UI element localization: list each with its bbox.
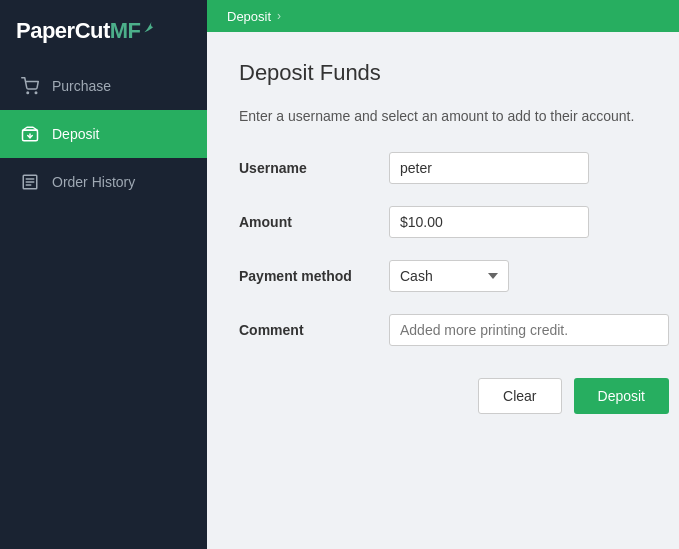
comment-row: Comment (239, 314, 669, 346)
sidebar-item-deposit[interactable]: Deposit (0, 110, 207, 158)
breadcrumb-bar: Deposit › (207, 0, 679, 32)
payment-method-label: Payment method (239, 268, 389, 284)
username-input[interactable] (389, 152, 589, 184)
logo-leaf-icon (142, 20, 154, 34)
content-area: Deposit Funds Enter a username and selec… (207, 32, 679, 549)
instruction-text: Enter a username and select an amount to… (239, 108, 669, 124)
sidebar-item-purchase[interactable]: Purchase (0, 62, 207, 110)
sidebar-item-purchase-label: Purchase (52, 78, 111, 94)
cart-icon (20, 76, 40, 96)
clear-button[interactable]: Clear (478, 378, 561, 414)
deposit-icon (20, 124, 40, 144)
username-row: Username (239, 152, 669, 184)
svg-point-0 (27, 92, 29, 94)
action-row: Clear Deposit (239, 378, 669, 414)
breadcrumb-chevron-icon: › (277, 9, 281, 23)
comment-label: Comment (239, 322, 389, 338)
breadcrumb-deposit: Deposit (227, 9, 271, 24)
svg-point-1 (35, 92, 37, 94)
logo-area: PaperCutMF (0, 0, 207, 62)
deposit-button[interactable]: Deposit (574, 378, 669, 414)
sidebar-item-order-history[interactable]: Order History (0, 158, 207, 206)
sidebar-item-order-history-label: Order History (52, 174, 135, 190)
logo-text: PaperCutMF (16, 18, 141, 44)
payment-method-row: Payment method Cash Card Cheque (239, 260, 669, 292)
history-icon (20, 172, 40, 192)
comment-input[interactable] (389, 314, 669, 346)
amount-row: Amount (239, 206, 669, 238)
amount-input[interactable] (389, 206, 589, 238)
username-label: Username (239, 160, 389, 176)
amount-label: Amount (239, 214, 389, 230)
main-content: Deposit › Deposit Funds Enter a username… (207, 0, 679, 549)
page-title: Deposit Funds (239, 60, 669, 86)
sidebar-item-deposit-label: Deposit (52, 126, 99, 142)
sidebar: PaperCutMF Purchase Deposit (0, 0, 207, 549)
payment-method-select[interactable]: Cash Card Cheque (389, 260, 509, 292)
